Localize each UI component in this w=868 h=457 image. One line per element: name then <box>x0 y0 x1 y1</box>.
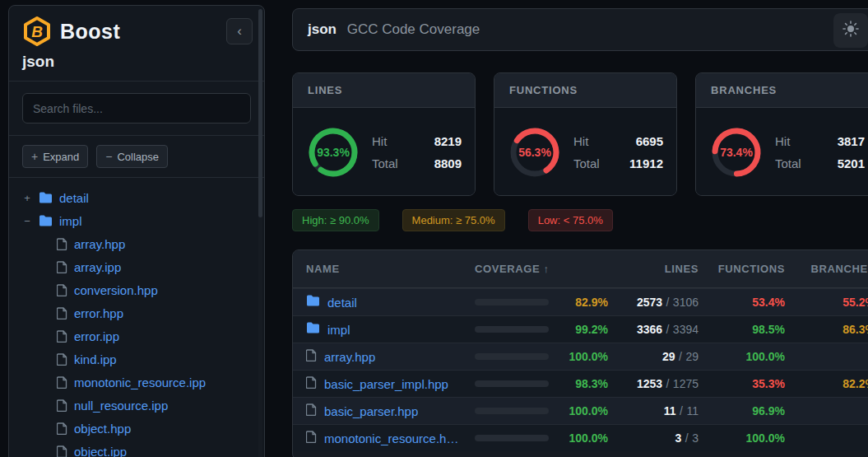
table-row[interactable]: impl 99.2% 3366 / 3394 98.5% 86.3% <box>293 315 868 343</box>
row-name-link[interactable]: impl <box>327 323 350 337</box>
folder-icon <box>39 215 53 226</box>
total-value: 11912 <box>629 156 663 170</box>
tree-file[interactable]: conversion.hpp <box>14 278 259 301</box>
theme-toggle-button[interactable] <box>833 13 868 48</box>
tree-folder-detail[interactable]: + detail <box>14 186 259 209</box>
total-value: 8809 <box>434 156 462 170</box>
lines-cell: 1253 / 1275 <box>616 376 699 391</box>
tree-folder-impl[interactable]: − impl <box>14 209 259 232</box>
tree-collapse-toggle[interactable]: − <box>21 215 34 227</box>
table-row[interactable]: array.hpp 100.0% 29 / 29 100.0% - <box>293 343 868 370</box>
file-icon <box>57 261 67 273</box>
tree-item-label: detail <box>59 191 89 205</box>
legend-high-badge: High: ≥ 90.0% <box>292 209 379 231</box>
tree-file[interactable]: monotonic_resource.ipp <box>14 371 259 394</box>
branches-cell: 86.3% <box>785 323 868 336</box>
coverage-bar <box>475 326 549 333</box>
hit-value: 6695 <box>636 134 663 148</box>
tree-file[interactable]: array.ipp <box>14 255 259 278</box>
summary-cards: LINES 93.3% Hit8219 Total8809 FUNCTIONS <box>292 72 868 196</box>
page-header: json GCC Code Coverage <box>292 8 868 51</box>
lines-percent: 93.3% <box>306 125 360 180</box>
tree-item-label: error.hpp <box>74 306 123 320</box>
expand-all-button[interactable]: + Expand <box>22 145 88 168</box>
card-branches: BRANCHES 73.4% Hit3817 Total5201 <box>695 72 868 196</box>
column-header-branches[interactable]: BRANCHES <box>785 263 868 275</box>
tree-item-label: error.ipp <box>74 329 119 343</box>
column-header-lines[interactable]: LINES <box>616 263 699 275</box>
card-title: FUNCTIONS <box>494 73 676 108</box>
table-row[interactable]: basic_parser.hpp 100.0% 11 / 11 96.9% - <box>293 397 868 424</box>
brand-name: Boost <box>60 20 226 44</box>
branches-percent: 73.4% <box>709 125 764 180</box>
minus-icon: − <box>105 150 112 163</box>
lines-cell: 29 / 29 <box>616 349 699 364</box>
scrollbar-thumb[interactable] <box>258 9 262 217</box>
tree-item-label: array.hpp <box>74 237 125 251</box>
hit-value: 3817 <box>838 134 865 148</box>
card-lines: LINES 93.3% Hit8219 Total8809 <box>292 72 476 196</box>
project-name: json <box>22 53 253 71</box>
table-header: NAME COVERAGE ↑ LINES FUNCTIONS BRANCHES <box>293 250 868 288</box>
file-icon <box>57 307 67 319</box>
tree-file[interactable]: error.ipp <box>14 324 259 347</box>
tree-file[interactable]: object.ipp <box>14 440 259 457</box>
coverage-bar <box>475 353 549 360</box>
functions-percent: 56.3% <box>508 125 562 180</box>
sidebar-scrollbar[interactable] <box>258 9 262 457</box>
coverage-bar <box>475 408 549 414</box>
lines-cell: 2573 / 3106 <box>616 295 699 310</box>
tree-file[interactable]: object.hpp <box>14 417 259 440</box>
branches-donut-chart: 73.4% <box>709 125 764 180</box>
search-input[interactable] <box>22 93 251 124</box>
tree-item-label: null_resource.ipp <box>74 399 168 413</box>
lines-donut-chart: 93.3% <box>306 125 360 180</box>
hit-label: Hit <box>775 134 790 148</box>
file-icon <box>306 376 317 392</box>
file-tree: + detail − impl array.hpp array.ipp conv… <box>9 178 264 457</box>
tree-file[interactable]: null_resource.ipp <box>14 394 259 417</box>
column-header-coverage[interactable]: COVERAGE ↑ <box>475 263 616 275</box>
sidebar-actions: + Expand − Collapse <box>9 136 264 178</box>
total-label: Total <box>372 156 398 170</box>
card-title: BRANCHES <box>696 73 868 108</box>
hit-value: 8219 <box>434 134 462 148</box>
sun-icon <box>842 21 859 40</box>
tree-item-label: monotonic_resource.ipp <box>74 375 206 389</box>
branches-cell: 55.2% <box>785 296 868 309</box>
coverage-percent: 98.3% <box>549 377 616 390</box>
branches-cell: - <box>785 404 868 417</box>
sidebar-collapse-button[interactable]: ‹ <box>226 18 253 44</box>
tree-file[interactable]: kind.ipp <box>14 347 259 371</box>
row-name-link[interactable]: basic_parser_impl.hpp <box>324 377 448 391</box>
expand-label: Expand <box>43 151 79 163</box>
table-row[interactable]: monotonic_resource.h… 100.0% 3 / 3 100.0… <box>293 424 868 451</box>
collapse-all-button[interactable]: − Collapse <box>96 145 168 168</box>
tree-file[interactable]: array.hpp <box>14 232 259 255</box>
table-row[interactable]: basic_parser_impl.hpp 98.3% 1253 / 1275 … <box>293 370 868 397</box>
branches-cell: 82.2% <box>785 377 868 390</box>
hit-label: Hit <box>573 134 588 148</box>
file-icon <box>57 422 67 435</box>
row-name-link[interactable]: monotonic_resource.h… <box>324 431 458 445</box>
total-label: Total <box>775 156 801 170</box>
column-header-functions[interactable]: FUNCTIONS <box>699 263 785 275</box>
row-name-link[interactable]: array.hpp <box>324 350 375 364</box>
row-name-link[interactable]: detail <box>327 296 357 310</box>
functions-cell: 98.5% <box>699 323 785 336</box>
page-title-project: json <box>308 21 337 37</box>
tree-file[interactable]: error.hpp <box>14 301 259 324</box>
legend-medium-badge: Medium: ≥ 75.0% <box>402 209 505 231</box>
coverage-percent: 100.0% <box>549 350 616 363</box>
tree-expand-toggle[interactable]: + <box>21 192 34 204</box>
file-icon <box>57 284 67 296</box>
table-row[interactable]: detail 82.9% 2573 / 3106 53.4% 55.2% <box>293 288 868 315</box>
row-name-link[interactable]: basic_parser.hpp <box>324 404 418 418</box>
file-icon <box>57 353 67 366</box>
legend-low-badge: Low: < 75.0% <box>528 209 613 231</box>
file-icon <box>57 445 67 457</box>
column-header-name[interactable]: NAME <box>293 263 475 275</box>
file-icon <box>57 376 67 389</box>
file-icon <box>57 238 67 250</box>
folder-icon <box>306 322 320 337</box>
